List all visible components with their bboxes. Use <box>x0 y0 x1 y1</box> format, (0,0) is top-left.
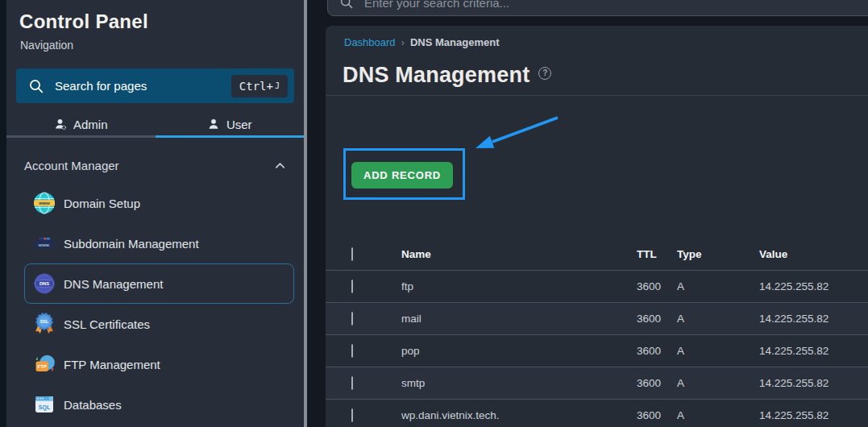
column-header-name: Name <box>401 248 637 260</box>
svg-text:SQL: SQL <box>39 404 51 411</box>
table-header-row: Name TTL Type Value <box>326 238 868 270</box>
ssl-badge-icon: SSL <box>32 312 56 336</box>
sidebar-search[interactable]: Search for pages Ctrl+ J <box>16 68 294 103</box>
cell-value: 14.225.255.82 <box>759 280 868 292</box>
cell-ttl: 3600 <box>637 313 677 325</box>
help-icon[interactable]: ? <box>538 67 551 80</box>
sql-database-icon: SQL <box>32 392 56 417</box>
sidebar-item-label: DNS Management <box>64 277 163 291</box>
cell-value: 14.225.255.82 <box>759 313 868 325</box>
user-icon <box>207 118 220 131</box>
section-account-manager[interactable]: Account Manager <box>24 157 286 173</box>
svg-text:www.: www. <box>38 243 51 247</box>
sidebar-scrollbar[interactable] <box>304 0 307 427</box>
row-checkbox[interactable] <box>351 280 353 293</box>
cell-type: A <box>677 345 759 357</box>
sidebar-item-label: Subdomain Management <box>64 237 199 251</box>
cell-ttl: 3600 <box>637 409 677 421</box>
cell-ttl: 3600 <box>637 345 677 357</box>
row-checkbox[interactable] <box>351 408 353 422</box>
breadcrumb-dashboard[interactable]: Dashboard <box>344 36 396 48</box>
title-divider <box>326 95 868 96</box>
add-record-button[interactable]: ADD RECORD <box>351 162 453 189</box>
tab-user[interactable]: User <box>156 113 305 138</box>
sidebar-item-label: FTP Management <box>64 358 160 371</box>
cell-ttl: 3600 <box>637 280 677 292</box>
cell-type: A <box>677 409 759 421</box>
global-search-input[interactable]: Enter your search criteria... <box>327 0 868 16</box>
tab-admin-label: Admin <box>73 118 108 131</box>
page-title: DNS Management <box>343 63 530 88</box>
cell-name: pop <box>401 345 637 357</box>
sidebar-item-label: Databases <box>64 398 122 412</box>
table-row: wp.dani.vietnix.tech. 3600 A 14.225.255.… <box>326 399 868 427</box>
cell-type: A <box>677 313 759 325</box>
column-header-ttl: TTL <box>637 248 677 260</box>
subdomain-browser-icon: www. <box>32 231 56 255</box>
row-checkbox[interactable] <box>351 344 353 358</box>
table-row: ftp 3600 A 14.225.255.82 <box>326 270 868 302</box>
sidebar: Control Panel Navigation Search for page… <box>6 0 304 427</box>
page-title-row: DNS Management ? <box>343 63 551 88</box>
table-row: pop 3600 A 14.225.255.82 <box>326 334 868 367</box>
sidebar-search-placeholder: Search for pages <box>55 79 147 93</box>
global-search-placeholder: Enter your search criteria... <box>364 0 509 10</box>
cell-type: A <box>677 280 759 292</box>
svg-text:FTP: FTP <box>38 364 47 369</box>
row-checkbox[interactable] <box>351 376 353 390</box>
svg-text:www: www <box>38 201 50 205</box>
column-header-type: Type <box>677 248 759 260</box>
svg-text:DNS: DNS <box>39 281 49 286</box>
window-edge-strip <box>0 0 6 427</box>
sidebar-title: Control Panel <box>19 10 304 33</box>
globe-www-icon: www <box>32 191 56 215</box>
sidebar-menu: www Domain Setup www. Subdomain Manageme… <box>6 183 304 425</box>
cell-name: wp.dani.vietnix.tech. <box>401 409 637 421</box>
breadcrumb-separator-icon: › <box>401 36 405 48</box>
sidebar-subtitle: Navigation <box>20 39 304 52</box>
cell-value: 14.225.255.82 <box>759 409 868 421</box>
breadcrumb-current: DNS Management <box>410 36 500 48</box>
cell-value: 14.225.255.82 <box>759 377 868 389</box>
keyboard-shortcut-badge: Ctrl+ J <box>231 75 288 97</box>
sidebar-item-ftp-management[interactable]: FTP FTP Management <box>24 344 294 384</box>
cell-type: A <box>677 377 759 389</box>
tab-user-label: User <box>226 118 252 131</box>
sidebar-tabs: Admin User <box>6 113 304 138</box>
column-header-value: Value <box>759 248 868 260</box>
cell-ttl: 3600 <box>637 377 677 389</box>
main-panel: Dashboard › DNS Management DNS Managemen… <box>326 26 868 427</box>
table-row: smtp 3600 A 14.225.255.82 <box>326 367 868 399</box>
sidebar-item-domain-setup[interactable]: www Domain Setup <box>24 183 294 223</box>
sidebar-item-ssl-certificates[interactable]: SSL SSL Certificates <box>24 304 294 344</box>
select-all-checkbox[interactable] <box>351 247 353 261</box>
section-label: Account Manager <box>24 159 119 172</box>
sidebar-item-dns-management[interactable]: DNS DNS Management <box>24 263 294 304</box>
page: { "colors": { "annotation_blue": "#2196f… <box>0 0 868 427</box>
shortcut-key: J <box>275 81 280 90</box>
table-body: ftp 3600 A 14.225.255.82 mail 3600 A 14.… <box>326 270 868 427</box>
sidebar-item-databases[interactable]: SQL Databases <box>24 384 294 425</box>
breadcrumb: Dashboard › DNS Management <box>344 36 499 48</box>
cell-value: 14.225.255.82 <box>759 345 868 357</box>
ftp-folder-icon: FTP <box>32 352 56 376</box>
admin-user-icon <box>54 118 67 131</box>
sidebar-item-subdomain-management[interactable]: www. Subdomain Management <box>24 223 294 263</box>
search-icon <box>339 0 354 10</box>
cell-name: mail <box>401 313 637 325</box>
chevron-up-icon <box>274 160 286 172</box>
table-row: mail 3600 A 14.225.255.82 <box>326 302 868 334</box>
cell-name: smtp <box>401 377 637 389</box>
sidebar-item-label: SSL Certificates <box>64 317 150 331</box>
dns-sphere-icon: DNS <box>32 272 56 296</box>
search-icon <box>28 78 44 94</box>
row-checkbox[interactable] <box>351 312 353 325</box>
svg-text:SSL: SSL <box>40 319 49 324</box>
dns-records-table: Name TTL Type Value ftp 3600 A 14.225.25… <box>326 238 868 427</box>
cell-name: ftp <box>401 280 637 292</box>
sidebar-item-label: Domain Setup <box>64 197 140 210</box>
shortcut-prefix: Ctrl+ <box>239 80 273 93</box>
tab-admin[interactable]: Admin <box>6 113 156 138</box>
